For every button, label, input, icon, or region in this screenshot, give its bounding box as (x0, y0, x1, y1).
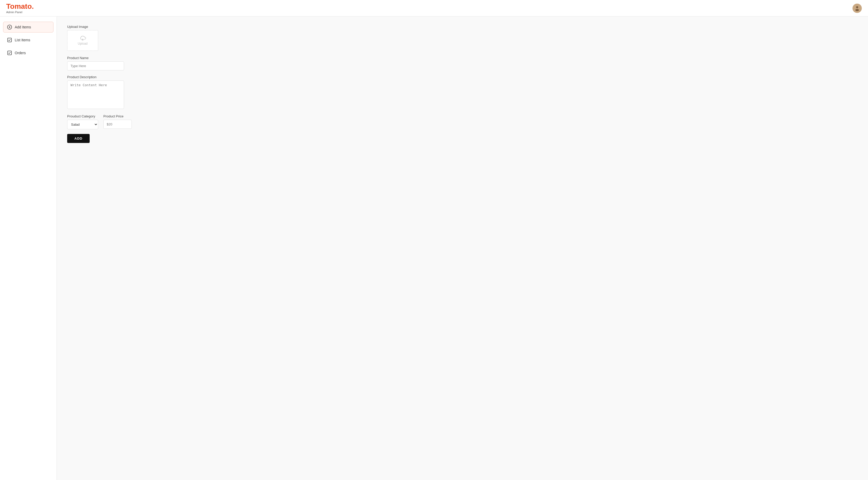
product-name-input[interactable] (67, 61, 124, 70)
product-description-group: Product Description (67, 75, 858, 110)
product-category-select[interactable]: Salad Burger Pizza Pasta Dessert (67, 120, 98, 129)
product-name-label: Product Name (67, 56, 858, 60)
product-price-group: Product Price (103, 114, 132, 129)
avatar-icon (854, 5, 860, 11)
product-price-label: Product Price (103, 114, 132, 118)
sidebar-item-list-items-label: List Items (15, 38, 30, 42)
plus-circle-icon (7, 25, 12, 30)
svg-rect-6 (8, 51, 11, 55)
add-button[interactable]: ADD (67, 134, 90, 143)
upload-box[interactable]: Upload (67, 30, 98, 51)
sidebar-item-add-items[interactable]: Add Items (3, 22, 54, 33)
product-description-label: Product Description (67, 75, 858, 79)
upload-image-label: Upload Image (67, 25, 858, 29)
sidebar-item-add-items-label: Add Items (15, 25, 31, 29)
sidebar-item-list-items[interactable]: List Items (3, 35, 54, 45)
product-category-group: Prouduct Category Salad Burger Pizza Pas… (67, 114, 98, 129)
layout: Add Items List Items Orders Upload Image (0, 16, 868, 480)
upload-image-group: Upload Image Upload (67, 25, 858, 51)
product-description-input[interactable] (67, 80, 124, 109)
product-name-group: Product Name (67, 56, 858, 70)
sidebar-item-orders[interactable]: Orders (3, 47, 54, 58)
product-category-label: Prouduct Category (67, 114, 98, 118)
svg-point-0 (856, 6, 858, 8)
category-price-row: Prouduct Category Salad Burger Pizza Pas… (67, 114, 858, 129)
avatar[interactable] (852, 4, 862, 13)
cloud-upload-icon (79, 36, 86, 41)
upload-button-label: Upload (78, 42, 88, 45)
add-button-container: ADD (67, 134, 858, 143)
header: Tomato. Admin Panel (0, 0, 868, 16)
product-price-input[interactable] (103, 120, 132, 129)
sidebar-item-orders-label: Orders (15, 51, 26, 55)
svg-rect-5 (8, 38, 11, 42)
logo-area: Tomato. Admin Panel (6, 3, 34, 14)
orders-icon (7, 50, 12, 56)
svg-point-1 (855, 9, 859, 11)
main-content: Upload Image Upload Product Name Product… (57, 16, 868, 480)
sidebar: Add Items List Items Orders (0, 16, 57, 480)
logo-text: Tomato. (6, 3, 34, 10)
checkbox-icon (7, 37, 12, 43)
logo-subtitle: Admin Panel (6, 10, 34, 14)
